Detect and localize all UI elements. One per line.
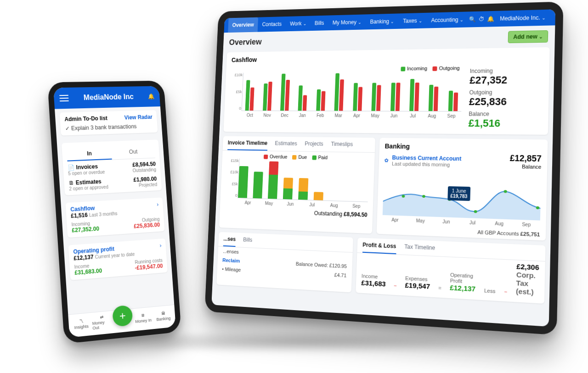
legend-overdue: Overdue [270,154,288,159]
cf-xlabel: Sep [441,111,461,118]
cf-ytick: £5k [231,89,242,94]
reclaim-link[interactable]: Reclaim [222,257,240,264]
phone-profit-card[interactable]: Operating profit › £12,137 Current year … [68,239,167,280]
cf-xlabel: Apr [347,111,366,118]
cf-xlabel: Jan [294,111,311,118]
inv-ytick: £10k [227,170,238,174]
todo-item[interactable]: Explain 3 bank transactions [71,123,137,132]
invoices-amount-sub: Outstanding [132,167,156,173]
chart-icon: 〽 [79,319,84,324]
legend-due: Due [298,154,307,160]
tab-in[interactable]: In [67,147,112,161]
cf-xlabel: Oct [241,111,259,117]
peek-cell: ...enses [223,249,239,255]
nav-label: Banking [156,316,170,322]
pl-label: Corp. Tax (est.) [516,270,536,296]
inv-ytick: 0 [226,193,237,198]
menu-icon[interactable] [59,95,69,101]
pltab-tax[interactable]: Tax Timeline [404,239,435,256]
cf-xlabel: Aug [422,111,441,118]
balance-label: Balance [469,111,542,117]
pl-label: Operating Profit [450,272,476,285]
phone-title: MediaNode Inc [68,92,148,102]
tab-accounting[interactable]: Accounting [426,11,468,28]
chevron-right-icon: › [157,201,159,208]
incoming-label: Incoming [470,67,543,74]
invtab-estimates[interactable]: Estimates [275,137,298,151]
nav-money-in[interactable]: 🗎Money In [133,312,153,324]
bank-footer-label: All GBP Accounts [477,229,519,237]
tooltip-date: 1 June [451,188,468,194]
invoices-sub: 5 open or overdue [68,169,105,176]
nav-banking[interactable]: 🏛Banking [153,310,173,322]
cashflow-summary: Incoming £27,352 Outgoing £25,836 Balanc… [466,61,549,135]
add-new-button[interactable]: Add new [508,30,548,43]
legend-paid: Paid [318,155,328,160]
nav-money-out[interactable]: ⇄Money Out [92,314,113,331]
pl-label: Less [484,288,496,294]
cf-xlabel: Jul [403,111,423,118]
invtab-timeslips[interactable]: Timeslips [331,137,353,152]
inv-xlabel: Aug [323,201,345,208]
tab-contacts[interactable]: Contacts [258,17,286,32]
incoming-value: £27,352 [469,74,543,87]
inv-xlabel: May [258,199,280,206]
tab-my-money[interactable]: My Money [328,14,366,30]
legend-incoming: Incoming [407,66,427,71]
profit-loss-card: Profit & Loss Tax Timeline Income£31,683… [356,238,545,304]
cf-xlabel: May [366,111,384,118]
invtab-timeline[interactable]: Invoice Timelime [227,136,268,151]
outgoing-value: £25,836 [469,95,542,108]
legend-outgoing: Outgoing [439,65,460,71]
todo-title: Admin To-Do list [64,115,107,123]
invoice-timeline-card: Invoice Timelime Estimates Projects Time… [219,136,375,234]
add-fab[interactable]: + [112,305,133,327]
tab-taxes[interactable]: Taxes [398,13,427,29]
tab-bills[interactable]: Bills [310,16,328,31]
gear-icon[interactable]: ✿ [384,157,389,163]
inv-ytick: £5k [226,181,238,186]
bell-icon[interactable]: 🔔 [148,93,155,100]
search-icon[interactable]: 🔍 [468,16,477,23]
phone-nav: MediaNode Inc 🔔 [53,86,160,109]
phone-cashflow-card[interactable]: Cashflow › £1,516 Last 3 months Incoming… [65,197,164,238]
pltab-pl[interactable]: Profit & Loss [362,238,396,255]
nav-insights[interactable]: 〽Insights [71,318,91,330]
company-menu[interactable]: MediaNode Inc. [495,10,550,27]
cf-xlabel: Dec [276,111,294,118]
bank-xlabel: May [407,216,433,224]
bell-icon[interactable]: 🔔 [486,16,495,22]
bank-xlabel: Apr [382,215,407,223]
view-radar-link[interactable]: View Radar [124,114,153,121]
page-title: Overview [229,37,262,47]
bank-icon: 🏛 [161,311,165,316]
cf-xlabel: Jun [384,111,403,118]
p-outgoing-value: £25,836.00 [134,222,160,230]
billstab-expenses[interactable]: ...ses [223,232,236,247]
tablet-frame: Overview Contacts Work Bills My Money Ba… [205,1,564,335]
p-incoming-value: £27,352.00 [72,225,99,234]
nav-label: Insights [74,324,89,330]
tab-banking[interactable]: Banking [365,13,399,29]
peek-cell: £4.71 [334,272,347,278]
invtab-projects[interactable]: Projects [305,137,324,152]
phone-bottom-nav: 〽Insights ⇄Money Out + 🗎Money In 🏛Bankin… [68,305,175,338]
phone-frame: MediaNode Inc 🔔 Admin To-Do list View Ra… [47,81,181,344]
tab-work[interactable]: Work [285,16,311,32]
tablet-screen: Overview Contacts Work Bills My Money Ba… [211,9,555,327]
bank-footer-value: £25,751 [520,231,540,237]
billstab-bills[interactable]: Bills [243,233,253,248]
cf-ytick: 0 [230,106,241,111]
phone-cashflow-balance: £1,516 [71,212,88,219]
banking-chart: 1 June £19,783 [383,169,541,220]
timer-icon[interactable]: ⏱ [477,16,486,22]
tooltip-value: £19,783 [450,193,467,199]
inv-ytick: £15k [227,158,239,163]
cf-xlabel: Mar [329,111,348,118]
peek-cell: Balance Owed: £120.95 [296,261,347,269]
tab-overview[interactable]: Overview [228,17,258,33]
pl-value: £2,306 [516,262,539,271]
phone-profit-amount: £12,137 [74,254,94,262]
arrows-icon: ⇄ [100,314,104,319]
tab-out[interactable]: Out [111,145,155,159]
